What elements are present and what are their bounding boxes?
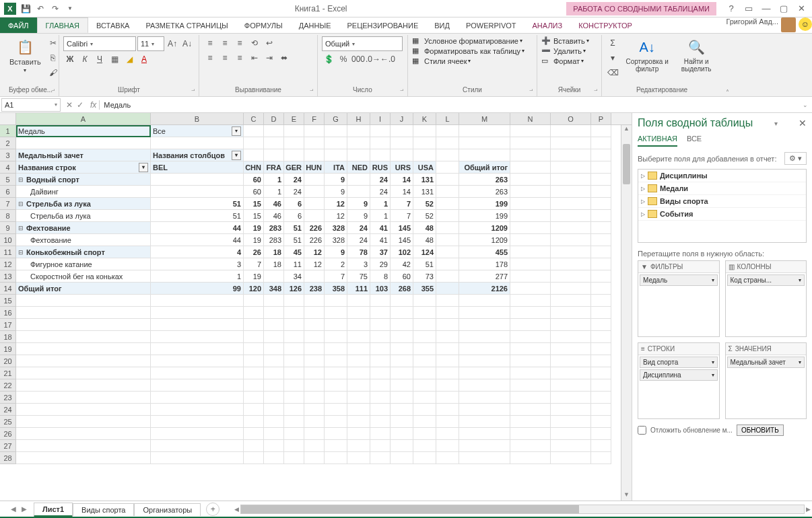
copy-icon[interactable]: ⎘ [46, 51, 60, 65]
tab-powerpivot[interactable]: POWERPIVOT [458, 17, 525, 33]
col-header-E[interactable]: E [284, 113, 304, 124]
bold-icon[interactable]: Ж [63, 52, 77, 66]
number-format-combo[interactable]: Общий▾ [322, 36, 403, 51]
user-name[interactable]: Григорий Авд... [726, 17, 778, 33]
col-header-C[interactable]: C [244, 113, 264, 124]
row-header-20[interactable]: 20 [0, 355, 16, 367]
field-item[interactable]: ▷Виды спорта [638, 195, 806, 208]
name-box[interactable]: A1▾ [1, 98, 61, 112]
sheet-tab-1[interactable]: Лист1 [34, 503, 73, 517]
col-header-L[interactable]: L [436, 113, 459, 124]
row-header-23[interactable]: 23 [0, 392, 16, 404]
col-header-J[interactable]: J [391, 113, 413, 124]
field-item[interactable]: ▷События [638, 208, 806, 221]
cancel-formula-icon[interactable]: ✕ [66, 100, 73, 110]
user-avatar[interactable] [781, 17, 796, 32]
currency-icon[interactable]: 💲 [322, 52, 335, 66]
paste-button[interactable]: 📋Вставить▾ [7, 36, 44, 85]
value-field[interactable]: Медальный зачет▾ [727, 357, 805, 368]
col-header-N[interactable]: N [510, 113, 551, 124]
row-header-26[interactable]: 26 [0, 428, 16, 440]
percent-icon[interactable]: % [337, 52, 350, 66]
save-icon[interactable]: 💾 [20, 3, 31, 14]
sort-filter-button[interactable]: A↓Сортировка и фильтр [622, 36, 672, 85]
sheet-nav-next-icon[interactable]: ▶ [22, 505, 27, 513]
cell-styles-button[interactable]: ▦Стили ячеек▾ [412, 57, 533, 65]
update-button[interactable]: ОБНОВИТЬ [737, 424, 784, 436]
fx-icon[interactable]: fx [88, 100, 100, 110]
font-size-combo[interactable]: 11▾ [137, 36, 164, 51]
feedback-icon[interactable]: ☺ [799, 17, 812, 31]
pane-tab-all[interactable]: ВСЕ [687, 135, 702, 147]
row-field-1[interactable]: Вид спорта▾ [640, 357, 718, 368]
add-sheet-icon[interactable]: + [206, 503, 219, 516]
field-item[interactable]: ▷Дисциплины [638, 170, 806, 182]
row-header-9[interactable]: 9 [0, 222, 16, 234]
decrease-font-icon[interactable]: A↓ [180, 37, 194, 50]
font-name-combo[interactable]: Calibri▾ [63, 36, 136, 51]
close-pane-icon[interactable]: ✕ [799, 118, 807, 128]
row-header-6[interactable]: 6 [0, 186, 16, 198]
border-icon[interactable]: ▦ [108, 52, 121, 66]
values-area[interactable]: ΣЗНАЧЕНИЯ Медальный зачет▾ [725, 342, 807, 419]
clear-icon[interactable]: ⌫ [606, 66, 619, 79]
merge-icon[interactable]: ⬌ [277, 51, 291, 65]
column-field[interactable]: Код страны...▾ [727, 274, 805, 286]
col-header-O[interactable]: O [551, 113, 591, 124]
insert-cells-button[interactable]: ➕Вставить▾ [541, 36, 597, 45]
maximize-icon[interactable]: ▢ [776, 2, 792, 15]
columns-area[interactable]: ▥КОЛОННЫ Код страны...▾ [725, 260, 807, 337]
field-item[interactable]: ▷Медали [638, 182, 806, 195]
redo-icon[interactable]: ↷ [50, 3, 61, 14]
row-header-17[interactable]: 17 [0, 319, 16, 331]
font-color-icon[interactable]: A [137, 52, 151, 66]
tab-home[interactable]: ГЛАВНАЯ [37, 17, 88, 33]
col-header-D[interactable]: D [264, 113, 284, 124]
tab-file[interactable]: ФАЙЛ [0, 17, 37, 33]
filters-area[interactable]: ▼ФИЛЬТРЫ Медаль▾ [638, 260, 720, 337]
row-header-4[interactable]: 4 [0, 161, 16, 174]
row-header-10[interactable]: 10 [0, 234, 16, 246]
tab-analyze[interactable]: АНАЛИЗ [525, 17, 571, 33]
pane-tab-active[interactable]: АКТИВНАЯ [638, 135, 677, 147]
row-header-11[interactable]: 11 [0, 246, 16, 258]
help-icon[interactable]: ? [723, 2, 739, 15]
col-header-I[interactable]: I [370, 113, 391, 124]
accept-formula-icon[interactable]: ✓ [77, 100, 83, 110]
comma-icon[interactable]: 000 [351, 52, 365, 66]
filter-field[interactable]: Медаль▾ [640, 274, 718, 286]
italic-icon[interactable]: К [78, 52, 92, 66]
row-header-8[interactable]: 8 [0, 210, 16, 222]
align-top-icon[interactable]: ≡ [203, 36, 217, 50]
pane-tools-icon[interactable]: ⚙ ▾ [784, 152, 807, 165]
row-header-19[interactable]: 19 [0, 343, 16, 355]
sheet-tab-2[interactable]: Виды спорта [73, 503, 134, 516]
align-center-icon[interactable]: ≡ [218, 51, 232, 65]
col-header-F[interactable]: F [304, 113, 325, 124]
align-right-icon[interactable]: ≡ [233, 51, 246, 65]
select-all-corner[interactable] [0, 113, 16, 124]
tab-view[interactable]: ВИД [426, 17, 458, 33]
wrap-text-icon[interactable]: ↩ [263, 36, 276, 50]
col-header-A[interactable]: A [16, 113, 151, 124]
autosum-icon[interactable]: Σ [606, 36, 619, 50]
orientation-icon[interactable]: ⟲ [248, 36, 261, 50]
row-field-2[interactable]: Дисциплина▾ [640, 369, 718, 381]
row-header-5[interactable]: 5 [0, 174, 16, 186]
row-header-7[interactable]: 7 [0, 198, 16, 210]
format-cells-button[interactable]: ▭Формат▾ [541, 57, 597, 65]
increase-indent-icon[interactable]: ⇥ [263, 51, 276, 65]
underline-icon[interactable]: Ч [93, 52, 106, 66]
conditional-format-button[interactable]: ▦Условное форматирование▾ [412, 36, 533, 45]
row-header-24[interactable]: 24 [0, 404, 16, 416]
grid-cells[interactable]: МедальВсе▾Медальный зачетНазвания столбц… [16, 125, 621, 501]
vertical-scrollbar[interactable]: ▲▼ [621, 125, 632, 501]
tab-formulas[interactable]: ФОРМУЛЫ [236, 17, 291, 33]
tab-insert[interactable]: ВСТАВКА [88, 17, 137, 33]
qat-customize-icon[interactable]: ▼ [65, 3, 75, 14]
row-header-1[interactable]: 1 [0, 125, 16, 137]
row-header-16[interactable]: 16 [0, 307, 16, 319]
sheet-tab-3[interactable]: Организаторы [134, 503, 201, 516]
row-header-27[interactable]: 27 [0, 440, 16, 452]
col-header-P[interactable]: P [591, 113, 611, 124]
